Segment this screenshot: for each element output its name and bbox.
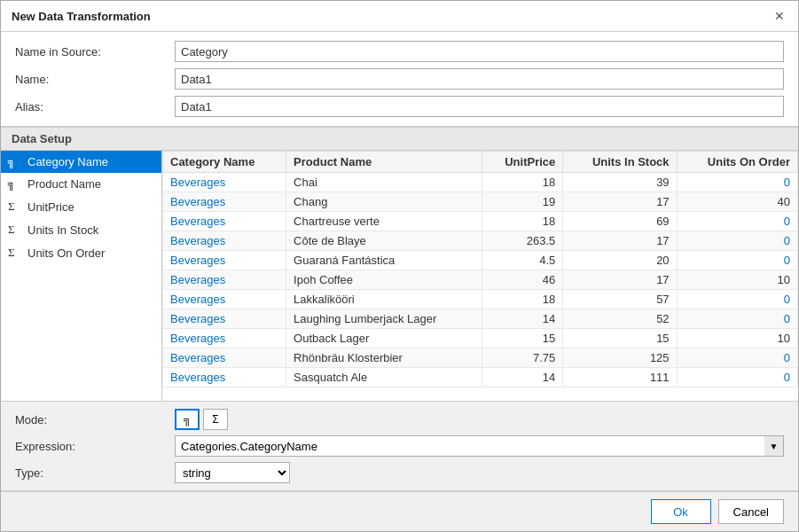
sum-mode-icon: Σ (212, 413, 218, 426)
left-item-product-name[interactable]: ╗Product Name (1, 173, 161, 195)
table-cell-0-1: Chai (286, 173, 482, 192)
expression-input[interactable] (175, 435, 784, 457)
table-row: BeveragesCôte de Blaye263.5170 (163, 231, 798, 251)
table-cell-8-1: Outback Lager (286, 329, 482, 348)
table-cell-1-3: 17 (563, 192, 677, 212)
close-button[interactable]: ✕ (772, 8, 787, 24)
bottom-form: Mode: ╗ Σ Expression: ▼ Type: (1, 402, 798, 491)
name-label: Name: (15, 73, 175, 86)
cancel-button[interactable]: Cancel (718, 499, 784, 524)
field-icon: ╗ (8, 155, 22, 168)
table-row: BeveragesLaughing Lumberjack Lager14520 (163, 309, 798, 329)
table-cell-9-3: 125 (563, 348, 677, 368)
alias-label: Alias: (15, 100, 175, 113)
table-cell-3-0: Beverages (163, 231, 286, 251)
table-cell-10-0: Beverages (163, 368, 286, 387)
type-select[interactable]: stringintegerfloatbooleandatetime (175, 462, 290, 483)
table-cell-5-2: 46 (482, 270, 563, 290)
table-cell-1-1: Chang (286, 192, 482, 212)
left-item-label: Units On Order (27, 246, 105, 260)
new-data-transformation-dialog: New Data Transformation ✕ Name in Source… (0, 0, 799, 532)
table-cell-4-4: 0 (677, 251, 797, 270)
data-setup-body: ╗Category Name╗Product NameΣUnitPriceΣUn… (1, 151, 798, 402)
table-cell-6-2: 18 (482, 290, 563, 309)
name-in-source-input[interactable] (175, 41, 784, 62)
field-icon: ╗ (8, 177, 22, 191)
data-setup-header: Data Setup (1, 127, 798, 151)
table-row: BeveragesOutback Lager151510 (163, 329, 798, 348)
left-item-units-in-stock[interactable]: ΣUnits In Stock (1, 218, 161, 241)
table-cell-6-3: 57 (563, 290, 677, 309)
left-panel: ╗Category Name╗Product NameΣUnitPriceΣUn… (1, 151, 162, 401)
table-cell-4-3: 20 (563, 251, 677, 270)
table-cell-2-0: Beverages (163, 212, 286, 231)
table-cell-10-1: Sasquatch Ale (286, 368, 482, 387)
expression-input-wrap: ▼ (175, 435, 784, 457)
sum-icon: Σ (8, 223, 22, 237)
table-cell-8-3: 15 (563, 329, 677, 348)
table-cell-9-0: Beverages (163, 348, 286, 368)
table-cell-0-4: 0 (677, 173, 797, 192)
table-cell-3-4: 0 (677, 231, 797, 251)
table-cell-9-2: 7.75 (482, 348, 563, 368)
title-bar: New Data Transformation ✕ (1, 1, 798, 32)
table-row: BeveragesRhönbräu Klosterbier7.751250 (163, 348, 798, 368)
table-cell-5-3: 17 (563, 270, 677, 290)
left-item-category-name[interactable]: ╗Category Name (1, 151, 161, 173)
table-cell-8-4: 10 (677, 329, 797, 348)
table-header-row: Category NameProduct NameUnitPriceUnits … (163, 152, 798, 173)
ok-button[interactable]: Ok (651, 499, 711, 524)
table-cell-3-2: 263.5 (482, 231, 563, 251)
alias-input[interactable] (175, 96, 784, 117)
form-section: Name in Source: Name: Alias: (1, 32, 798, 127)
mode-sum-button[interactable]: Σ (203, 409, 228, 430)
table-cell-8-0: Beverages (163, 329, 286, 348)
table-cell-7-0: Beverages (163, 309, 286, 329)
table-cell-2-3: 69 (563, 212, 677, 231)
left-item-label: Units In Stock (27, 223, 98, 237)
table-cell-7-1: Laughing Lumberjack Lager (286, 309, 482, 329)
table-panel[interactable]: Category NameProduct NameUnitPriceUnits … (162, 151, 798, 401)
data-table: Category NameProduct NameUnitPriceUnits … (162, 151, 798, 387)
table-cell-7-3: 52 (563, 309, 677, 329)
table-row: BeveragesChartreuse verte18690 (163, 212, 798, 231)
table-cell-2-4: 0 (677, 212, 797, 231)
left-item-label: UnitPrice (27, 200, 74, 214)
table-cell-5-4: 10 (677, 270, 797, 290)
table-cell-4-2: 4.5 (482, 251, 563, 270)
table-row: BeveragesChang191740 (163, 192, 798, 212)
mode-buttons: ╗ Σ (175, 409, 228, 430)
table-cell-10-3: 111 (563, 368, 677, 387)
left-item-units-on-order[interactable]: ΣUnits On Order (1, 241, 161, 264)
table-cell-0-2: 18 (482, 173, 563, 192)
table-row: BeveragesChai18390 (163, 173, 798, 192)
table-cell-0-3: 39 (563, 173, 677, 192)
field-mode-icon: ╗ (184, 413, 192, 426)
table-body: BeveragesChai18390BeveragesChang191740Be… (163, 173, 798, 387)
dialog-title: New Data Transformation (12, 10, 151, 23)
type-row: Type: stringintegerfloatbooleandatetime (15, 462, 784, 483)
table-row: BeveragesLakkalikööri18570 (163, 290, 798, 309)
table-row: BeveragesIpoh Coffee461710 (163, 270, 798, 290)
table-col-header-2: UnitPrice (482, 152, 563, 173)
table-cell-6-1: Lakkalikööri (286, 290, 482, 309)
table-cell-10-2: 14 (482, 368, 563, 387)
name-input[interactable] (175, 68, 784, 90)
table-cell-1-0: Beverages (163, 192, 286, 212)
data-setup-section: Data Setup ╗Category Name╗Product NameΣU… (1, 127, 798, 491)
table-cell-3-3: 17 (563, 231, 677, 251)
sum-icon: Σ (8, 200, 22, 214)
left-item-unit-price[interactable]: ΣUnitPrice (1, 195, 161, 218)
table-cell-1-4: 40 (677, 192, 797, 212)
table-col-header-3: Units In Stock (563, 152, 677, 173)
mode-field-button[interactable]: ╗ (175, 409, 200, 430)
table-row: BeveragesGuaraná Fantástica4.5200 (163, 251, 798, 270)
table-cell-8-2: 15 (482, 329, 563, 348)
table-cell-7-2: 14 (482, 309, 563, 329)
expression-dropdown-button[interactable]: ▼ (764, 435, 784, 457)
table-cell-1-2: 19 (482, 192, 563, 212)
table-cell-9-4: 0 (677, 348, 797, 368)
table-cell-3-1: Côte de Blaye (286, 231, 482, 251)
table-cell-6-0: Beverages (163, 290, 286, 309)
left-item-label: Product Name (27, 177, 101, 191)
